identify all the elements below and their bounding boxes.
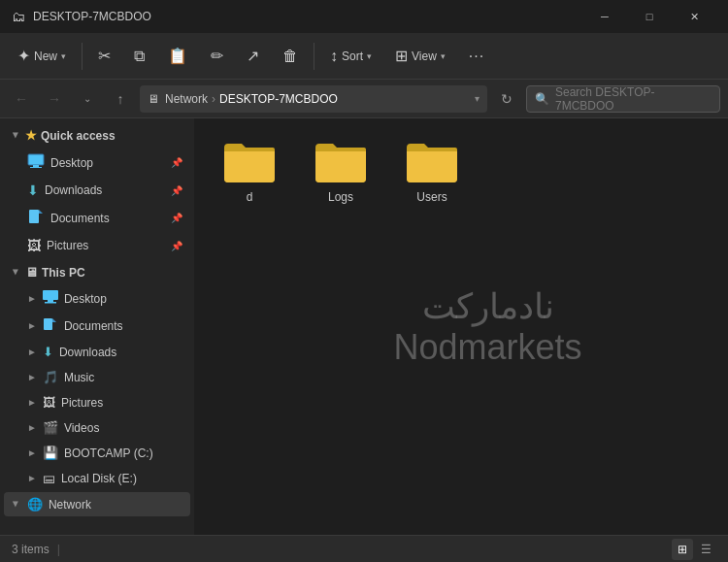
view-button[interactable]: ⊞ View ▾ bbox=[385, 37, 455, 76]
breadcrumb-icon: 🖥 bbox=[148, 92, 159, 106]
sidebar-item-pictures-pc[interactable]: ► 🖼 Pictures bbox=[4, 390, 190, 414]
sidebar-item-bootcamp[interactable]: ► 💾 BOOTCAMP (C:) bbox=[4, 441, 190, 465]
network-section: ► 🌐 Network bbox=[0, 492, 194, 516]
file-label-logs: Logs bbox=[328, 190, 353, 204]
svg-marker-9 bbox=[52, 318, 56, 322]
svg-rect-1 bbox=[33, 165, 39, 167]
breadcrumb-bar[interactable]: 🖥 Network › DESKTOP-7MCBDOO ▾ bbox=[140, 85, 487, 113]
pics-pc-icon: 🖼 bbox=[43, 395, 55, 410]
boot-chevron: ► bbox=[27, 447, 37, 458]
pics-pc-chevron: ► bbox=[27, 397, 37, 408]
more-button[interactable]: ··· bbox=[459, 37, 494, 76]
search-box[interactable]: 🔍 Search DESKTOP-7MCBDOO bbox=[526, 85, 720, 113]
rename-button[interactable]: ✏ bbox=[201, 37, 233, 76]
toolbar-separator-2 bbox=[314, 43, 314, 70]
breadcrumb-sep-1: › bbox=[212, 92, 215, 106]
sidebar-item-documents-pc[interactable]: ► Documents bbox=[4, 313, 190, 339]
sort-icon: ↕ bbox=[330, 48, 338, 65]
maximize-button[interactable]: □ bbox=[627, 0, 672, 33]
list-view-button[interactable]: ☰ bbox=[695, 539, 716, 560]
bootcamp-label: BOOTCAMP (C:) bbox=[64, 446, 153, 460]
new-button[interactable]: ✦ New ▾ bbox=[8, 37, 76, 76]
dl-pc-chevron: ► bbox=[27, 347, 37, 357]
sidebar-item-desktop-pc[interactable]: ► Desktop bbox=[4, 285, 190, 312]
this-pc-label: This PC bbox=[42, 266, 85, 280]
disk-label: Local Disk (E:) bbox=[61, 472, 137, 485]
breadcrumb-network[interactable]: Network bbox=[165, 92, 208, 106]
file-item-d[interactable]: d bbox=[206, 130, 293, 523]
pin-icon: 📌 bbox=[171, 157, 182, 168]
sidebar-item-downloads-pc[interactable]: ► ⬇ Downloads bbox=[4, 340, 190, 364]
close-button[interactable]: ✕ bbox=[672, 0, 716, 33]
file-grid: d Logs Use bbox=[206, 130, 716, 523]
sidebar-item-downloads[interactable]: ⬇ Downloads 📌 bbox=[4, 178, 190, 203]
status-bar: 3 items | ⊞ ☰ bbox=[0, 535, 728, 562]
paste-button[interactable]: 📋 bbox=[158, 37, 197, 76]
title-bar: 🗂 DESKTOP-7MCBDOO ─ □ ✕ bbox=[0, 0, 728, 33]
address-bar: ← → ⌄ ↑ 🖥 Network › DESKTOP-7MCBDOO ▾ ↻ … bbox=[0, 80, 728, 118]
sidebar-item-pictures[interactable]: 🖼 Pictures 📌 bbox=[4, 233, 190, 258]
docs-pc-icon bbox=[43, 317, 58, 334]
this-pc-header[interactable]: ► 🖥 This PC bbox=[4, 260, 190, 284]
folder-icon-d bbox=[222, 138, 277, 184]
sidebar-item-videos[interactable]: ► 🎬 Videos bbox=[4, 415, 190, 440]
file-item-logs[interactable]: Logs bbox=[297, 130, 384, 523]
minimize-button[interactable]: ─ bbox=[582, 0, 627, 33]
desktop-pc-label: Desktop bbox=[64, 292, 107, 306]
this-pc-section: ► 🖥 This PC ► Desktop ► Documents ► bbox=[0, 260, 194, 490]
sidebar-item-music[interactable]: ► 🎵 Music bbox=[4, 365, 190, 389]
sidebar-item-network[interactable]: ► 🌐 Network bbox=[4, 492, 190, 516]
pictures-icon: 🖼 bbox=[27, 238, 41, 253]
view-dropdown-icon: ▾ bbox=[441, 51, 446, 61]
sidebar: ► ★ Quick access Desktop 📌 ⬇ Downloads 📌 bbox=[0, 118, 194, 535]
svg-rect-7 bbox=[45, 302, 56, 304]
svg-rect-3 bbox=[29, 210, 39, 223]
cut-button[interactable]: ✂ bbox=[88, 37, 120, 76]
delete-icon: 🗑 bbox=[282, 48, 298, 65]
desktop-label: Desktop bbox=[50, 156, 93, 170]
breadcrumb-current[interactable]: DESKTOP-7MCBDOO bbox=[219, 92, 338, 106]
rename-icon: ✏ bbox=[211, 47, 223, 65]
sidebar-item-documents[interactable]: Documents 📌 bbox=[4, 204, 190, 232]
breadcrumb-dropdown-icon[interactable]: ▾ bbox=[475, 93, 480, 104]
svg-rect-5 bbox=[43, 290, 58, 300]
main-content: ► ★ Quick access Desktop 📌 ⬇ Downloads 📌 bbox=[0, 118, 728, 535]
new-dropdown-icon: ▾ bbox=[61, 51, 66, 61]
desktop-pc-icon bbox=[43, 290, 58, 307]
sort-button[interactable]: ↕ Sort ▾ bbox=[320, 37, 381, 76]
disk-chevron: ► bbox=[27, 473, 37, 483]
desktop-icon bbox=[27, 153, 45, 172]
item-count: 3 items | bbox=[12, 543, 60, 556]
share-button[interactable]: ↗ bbox=[237, 37, 269, 76]
forward-button[interactable]: → bbox=[41, 85, 68, 113]
music-label: Music bbox=[64, 371, 94, 384]
paste-icon: 📋 bbox=[168, 47, 187, 65]
toolbar: ✦ New ▾ ✂ ⧉ 📋 ✏ ↗ 🗑 ↕ Sort ▾ ⊞ View ▾ ··… bbox=[0, 33, 728, 80]
sidebar-item-local-disk[interactable]: ► 🖴 Local Disk (E:) bbox=[4, 466, 190, 490]
search-placeholder: Search DESKTOP-7MCBDOO bbox=[555, 85, 711, 113]
sidebar-item-desktop-quick[interactable]: Desktop 📌 bbox=[4, 149, 190, 177]
toolbar-separator-1 bbox=[82, 43, 83, 70]
network-label: Network bbox=[49, 498, 91, 512]
back-button[interactable]: ← bbox=[8, 85, 35, 113]
refresh-button[interactable]: ↻ bbox=[493, 85, 520, 113]
videos-chevron: ► bbox=[27, 422, 37, 433]
this-pc-chevron: ► bbox=[11, 268, 21, 278]
quick-access-section: ► ★ Quick access Desktop 📌 ⬇ Downloads 📌 bbox=[0, 123, 194, 258]
desktop-pc-chevron: ► bbox=[27, 293, 37, 304]
file-item-users[interactable]: Users bbox=[388, 130, 476, 523]
up-button[interactable]: ↑ bbox=[107, 85, 134, 113]
quick-access-header[interactable]: ► ★ Quick access bbox=[4, 123, 190, 148]
pin-icon-2: 📌 bbox=[171, 185, 182, 196]
copy-button[interactable]: ⧉ bbox=[124, 37, 154, 76]
delete-button[interactable]: 🗑 bbox=[273, 37, 308, 76]
file-label-users: Users bbox=[416, 190, 447, 204]
folder-icon-logs bbox=[314, 138, 368, 184]
expand-button[interactable]: ⌄ bbox=[74, 85, 101, 113]
dl-pc-icon: ⬇ bbox=[43, 345, 53, 359]
music-chevron: ► bbox=[27, 372, 37, 382]
quick-access-star-icon: ★ bbox=[25, 128, 37, 143]
icon-view-button[interactable]: ⊞ bbox=[672, 539, 693, 560]
pictures-label: Pictures bbox=[47, 239, 88, 252]
folder-icon-users bbox=[405, 138, 459, 184]
